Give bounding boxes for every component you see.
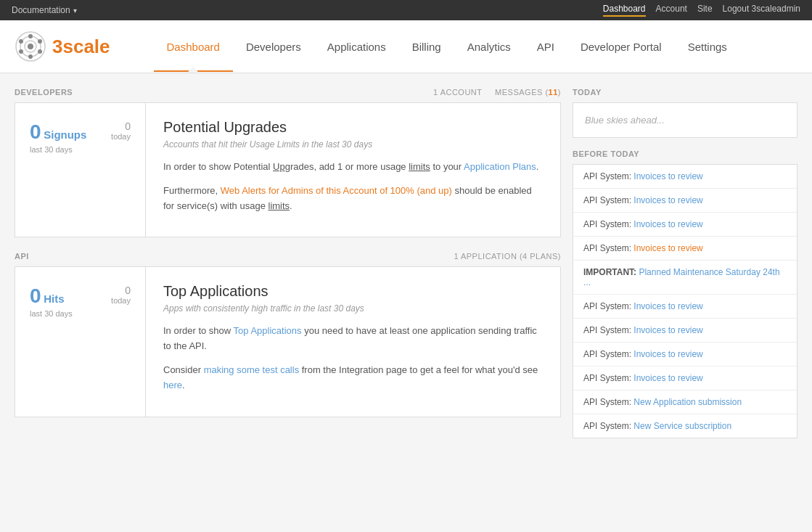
top-applications-para1: In order to show Top Applications you ne… <box>163 324 543 354</box>
nav-applications[interactable]: Applications <box>314 21 399 72</box>
hits-label: Hits <box>44 292 64 305</box>
activity-item: API System: Invoices to review <box>573 367 797 390</box>
main-nav: Dashboard Developers Applications Billin… <box>154 21 740 72</box>
svg-point-9 <box>28 44 33 49</box>
web-alerts-link[interactable]: Web Alerts for Admins of this Account of… <box>221 185 452 196</box>
account-count-link[interactable]: 1 ACCOUNT <box>433 88 482 97</box>
documentation-menu[interactable]: Documentation ▾ <box>12 5 77 15</box>
top-applications-subtitle: Apps with consistently high traffic in t… <box>163 303 543 314</box>
content-area: DEVELOPERS 1 ACCOUNT MESSAGES (11) 0 Sig… <box>0 73 812 453</box>
signups-number: 0 <box>30 120 41 143</box>
nav-developers[interactable]: Developers <box>233 21 314 72</box>
api-cards-row: 0 Hits last 30 days 0 today Top Applicat… <box>15 266 561 417</box>
today-text: Blue skies ahead... <box>585 115 665 126</box>
documentation-label: Documentation <box>12 5 70 15</box>
activity-item: API System: Invoices to review <box>573 319 797 343</box>
messages-close: ) <box>558 88 561 97</box>
signups-stat-card: 0 Signups last 30 days 0 today <box>15 103 146 237</box>
svg-point-3 <box>28 34 33 38</box>
activity-link[interactable]: Invoices to review <box>633 195 702 205</box>
top-applications-title: Top Applications <box>163 282 543 300</box>
activity-link-new-service[interactable]: New Service subscription <box>633 421 731 431</box>
activity-item: API System: Invoices to review <box>573 343 797 367</box>
logo-text: 3scale <box>52 36 110 58</box>
developers-meta: 1 ACCOUNT MESSAGES (11) <box>433 88 561 97</box>
hits-stat-card: 0 Hits last 30 days 0 today <box>15 267 146 416</box>
svg-point-5 <box>38 49 42 54</box>
potential-upgrades-subtitle: Accounts that hit their Usage Limits in … <box>163 139 543 150</box>
api-meta: 1 APPLICATION (4 PLANS) <box>454 252 561 261</box>
nav-billing[interactable]: Billing <box>399 21 454 72</box>
activity-link[interactable]: Invoices to review <box>633 301 702 311</box>
today-box: Blue skies ahead... <box>573 102 797 138</box>
potential-upgrades-para1: In order to show Potential Upgrades, add… <box>163 160 543 175</box>
activity-link[interactable]: Invoices to review <box>633 349 702 359</box>
top-nav-account[interactable]: Account <box>656 4 687 17</box>
activity-link-highlight[interactable]: Invoices to review <box>633 243 702 253</box>
logo-icon <box>15 30 46 62</box>
svg-point-7 <box>19 49 23 54</box>
activity-link[interactable]: Invoices to review <box>633 325 702 335</box>
nav-developer-portal[interactable]: Developer Portal <box>567 21 675 72</box>
activity-item: API System: Invoices to review <box>573 165 797 189</box>
top-nav-logout[interactable]: Logout 3scaleadmin <box>723 4 800 17</box>
api-title: API <box>15 252 29 261</box>
today-title: TODAY <box>573 88 797 97</box>
dropdown-arrow-icon: ▾ <box>73 7 77 15</box>
messages-badge: 11 <box>549 88 558 97</box>
activity-link[interactable]: Invoices to review <box>633 171 702 181</box>
api-section-header: API 1 APPLICATION (4 PLANS) <box>15 252 561 261</box>
application-plans-link[interactable]: Application Plans <box>464 161 536 172</box>
here-link[interactable]: here <box>163 380 182 390</box>
signups-today-label: today <box>111 132 131 141</box>
potential-upgrades-para2: Furthermore, Web Alerts for Admins of th… <box>163 184 543 214</box>
top-applications-link[interactable]: Top Applications <box>234 325 302 336</box>
nav-dashboard[interactable]: Dashboard <box>154 21 233 72</box>
activity-item: API System: Invoices to review <box>573 213 797 237</box>
messages-label: MESSAGES ( <box>495 88 548 97</box>
nav-settings[interactable]: Settings <box>675 21 740 72</box>
test-calls-link[interactable]: making some test calls <box>204 364 300 375</box>
hits-subtitle: last 30 days <box>30 309 73 318</box>
developers-title: DEVELOPERS <box>15 88 73 97</box>
activity-item: API System: Invoices to review <box>573 189 797 213</box>
sidebar: TODAY Blue skies ahead... BEFORE TODAY A… <box>573 88 797 438</box>
activity-link-new-app[interactable]: New Application submission <box>633 397 742 407</box>
main-content: DEVELOPERS 1 ACCOUNT MESSAGES (11) 0 Sig… <box>15 88 561 438</box>
hits-today-number: 0 <box>111 285 131 296</box>
developers-section-header: DEVELOPERS 1 ACCOUNT MESSAGES (11) <box>15 88 561 97</box>
signups-label: Signups <box>44 128 86 141</box>
top-bar-right-links: Dashboard Account Site Logout 3scaleadmi… <box>603 4 800 17</box>
signups-subtitle: last 30 days <box>30 145 86 154</box>
before-today-title: BEFORE TODAY <box>573 150 797 158</box>
top-bar: Documentation ▾ Dashboard Account Site L… <box>0 0 812 20</box>
svg-point-4 <box>38 39 42 44</box>
activity-link[interactable]: Invoices to review <box>633 373 702 383</box>
svg-point-8 <box>19 39 23 44</box>
activity-item-new-service: API System: New Service subscription <box>573 414 797 438</box>
top-nav-site[interactable]: Site <box>697 4 713 17</box>
svg-point-6 <box>28 54 33 59</box>
potential-upgrades-title: Potential Upgrades <box>163 118 543 136</box>
top-applications-card: Top Applications Apps with consistently … <box>146 267 560 416</box>
potential-upgrades-card: Potential Upgrades Accounts that hit the… <box>146 103 560 237</box>
activity-link[interactable]: Invoices to review <box>633 219 702 229</box>
hits-number: 0 <box>30 285 41 307</box>
activity-item: API System: Invoices to review <box>573 295 797 319</box>
nav-analytics[interactable]: Analytics <box>454 21 524 72</box>
hits-today-label: today <box>111 296 131 305</box>
top-nav-dashboard[interactable]: Dashboard <box>603 4 646 17</box>
nav-api[interactable]: API <box>524 21 567 72</box>
activity-item-important: IMPORTANT: Planned Maintenance Saturday … <box>573 261 797 295</box>
app-count-link[interactable]: 1 APPLICATION (4 PLANS) <box>454 252 561 261</box>
activity-item-highlight: API System: Invoices to review <box>573 237 797 261</box>
top-applications-para2: Consider making some test calls from the… <box>163 363 543 393</box>
developers-cards-row: 0 Signups last 30 days 0 today Potential… <box>15 102 561 237</box>
activity-list: API System: Invoices to review API Syste… <box>573 164 797 438</box>
activity-item-new-app: API System: New Application submission <box>573 390 797 414</box>
main-header: 3scale Dashboard Developers Applications… <box>0 20 812 73</box>
logo-area: 3scale <box>15 20 110 73</box>
signups-today-number: 0 <box>111 120 131 132</box>
